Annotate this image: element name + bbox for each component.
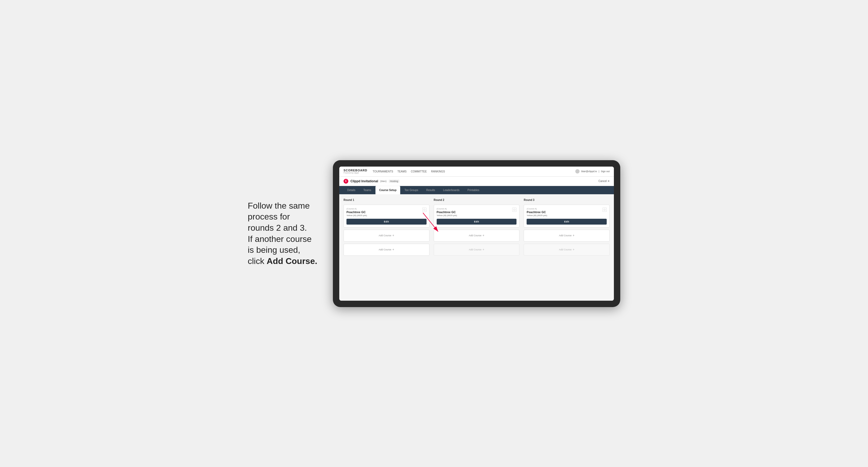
round-1-add-course-inactive-label: Add Course [379, 248, 392, 251]
round-3-title: Round 3 [524, 198, 610, 201]
tab-course-setup[interactable]: Course Setup [375, 186, 400, 194]
round-1-course-info: (Course A) Peachtree GC Yellow (M) (6629… [346, 208, 367, 217]
user-avatar [575, 169, 580, 174]
logo-main-text: SCOREBOARD [344, 169, 367, 172]
tab-teams[interactable]: Teams [360, 186, 375, 194]
round-3-course-label: (Course A) [527, 208, 547, 210]
round-1-course-name: Peachtree GC [346, 211, 367, 214]
nav-tournaments[interactable]: TOURNAMENTS [373, 170, 393, 173]
clippd-icon: C [344, 179, 348, 184]
tournament-badge: (Men) [380, 180, 386, 183]
top-nav-links: TOURNAMENTS TEAMS COMMITTEE RANKINGS [373, 170, 570, 173]
round-1-add-course-active[interactable]: Add Course + [344, 230, 430, 242]
round-2-course-card-1: (Course A) Peachtree GC Yellow (M) (6629… [434, 205, 520, 227]
tournament-name: Clippd Invitational [350, 179, 378, 183]
page-wrapper: Follow the same process for rounds 2 and… [248, 160, 620, 307]
main-content: Round 1 (Course A) Peachtree GC Yellow (… [339, 194, 614, 301]
round-2-add-course-text: Add Course + [469, 234, 485, 237]
round-1-add-course-inactive-text: Add Course + [379, 248, 394, 251]
round-1-course-label: (Course A) [346, 208, 367, 210]
round-2-edit-button[interactable]: Edit [437, 219, 517, 225]
annotation-wrapper: Round 1 (Course A) Peachtree GC Yellow (… [344, 198, 610, 256]
round-2-add-course-plus: + [483, 234, 484, 237]
sub-header: C Clippd Invitational (Men) Hosting Canc… [339, 177, 614, 186]
cancel-button[interactable]: Cancel ✕ [598, 180, 610, 183]
round-2-add-course-inactive-text: Add Course + [469, 248, 485, 251]
round-2-course-info: (Course A) Peachtree GC Yellow (M) (6629… [437, 208, 457, 217]
round-2-column: Round 2 (Course A) Peachtree GC Yellow (… [434, 198, 520, 256]
logo-sub-text: Powered by clippd [344, 172, 367, 174]
hosting-badge: Hosting [389, 180, 400, 183]
round-3-add-course-active[interactable]: Add Course + [524, 230, 610, 242]
round-1-course-card-1: (Course A) Peachtree GC Yellow (M) (6629… [344, 205, 430, 227]
instruction-line6: click [248, 256, 267, 266]
round-2-course-name: Peachtree GC [437, 211, 457, 214]
nav-rankings[interactable]: RANKINGS [431, 170, 445, 173]
instruction-line4: If another course [248, 234, 312, 244]
round-1-add-course-inactive[interactable]: Add Course + [344, 244, 430, 256]
tournament-title: C Clippd Invitational (Men) Hosting [344, 179, 399, 184]
nav-committee[interactable]: COMMITTEE [411, 170, 427, 173]
round-1-add-course-plus: + [393, 234, 394, 237]
round-3-add-course-inactive-label: Add Course [559, 248, 571, 251]
instruction-line5: is being used, [248, 245, 300, 255]
round-3-course-header: (Course A) Peachtree GC Yellow (M) (6629… [527, 208, 607, 217]
round-2-add-course-label: Add Course [469, 234, 482, 237]
top-nav-right: blair@clippd.io | Sign out [575, 169, 610, 174]
separator: | [599, 170, 599, 173]
instruction-line3: rounds 2 and 3. [248, 223, 307, 232]
instruction-bold: Add Course. [267, 256, 317, 266]
round-3-course-card-1: (Course A) Peachtree GC Yellow (M) (6629… [524, 205, 610, 227]
tab-bar: Details Teams Course Setup Tee Groups Re… [339, 186, 614, 194]
tab-leaderboards[interactable]: Leaderboards [439, 186, 463, 194]
instruction-line2: process for [248, 212, 290, 221]
user-email: blair@clippd.io [581, 170, 597, 173]
round-3-delete-button[interactable]: □ [602, 208, 607, 212]
round-1-delete-button[interactable]: □ [422, 208, 427, 212]
round-2-course-label: (Course A) [437, 208, 457, 210]
round-2-add-course-inactive: Add Course + [434, 244, 520, 256]
round-3-add-course-inactive: Add Course + [524, 244, 610, 256]
round-1-column: Round 1 (Course A) Peachtree GC Yellow (… [344, 198, 430, 256]
round-1-add-course-inactive-plus: + [393, 248, 394, 251]
round-3-add-course-label: Add Course [559, 234, 571, 237]
round-3-add-course-inactive-text: Add Course + [559, 248, 575, 251]
instruction-line1: Follow the same [248, 201, 310, 211]
tab-details[interactable]: Details [344, 186, 359, 194]
round-3-column: Round 3 (Course A) Peachtree GC Yellow (… [524, 198, 610, 256]
round-3-course-info: (Course A) Peachtree GC Yellow (M) (6629… [527, 208, 547, 217]
round-1-add-course-text: Add Course + [379, 234, 394, 237]
round-2-delete-button[interactable]: □ [512, 208, 517, 212]
instruction-text: Follow the same process for rounds 2 and… [248, 200, 322, 267]
tablet-screen: SCOREBOARD Powered by clippd TOURNAMENTS… [339, 166, 614, 301]
round-2-add-course-active[interactable]: Add Course + [434, 230, 520, 242]
round-3-add-course-plus: + [572, 234, 575, 237]
round-3-add-course-inactive-plus: + [572, 248, 575, 251]
round-1-add-course-label: Add Course [379, 234, 392, 237]
round-1-edit-button[interactable]: Edit [346, 219, 427, 225]
round-3-add-course-text: Add Course + [559, 234, 575, 237]
round-1-course-header: (Course A) Peachtree GC Yellow (M) (6629… [346, 208, 427, 217]
tab-results[interactable]: Results [423, 186, 439, 194]
round-3-edit-button[interactable]: Edit [527, 219, 607, 225]
round-1-course-details: Yellow (M) (6629 yds) [346, 214, 367, 217]
round-2-course-details: Yellow (M) (6629 yds) [437, 214, 457, 217]
nav-teams[interactable]: TEAMS [398, 170, 407, 173]
round-2-add-course-inactive-plus: + [483, 248, 484, 251]
round-2-add-course-inactive-label: Add Course [469, 248, 482, 251]
tablet-frame: SCOREBOARD Powered by clippd TOURNAMENTS… [333, 160, 620, 307]
sign-out-link[interactable]: Sign out [601, 170, 610, 173]
round-2-course-header: (Course A) Peachtree GC Yellow (M) (6629… [437, 208, 517, 217]
tab-printables[interactable]: Printables [464, 186, 483, 194]
scoreboard-logo: SCOREBOARD Powered by clippd [344, 169, 367, 174]
round-3-course-name: Peachtree GC [527, 211, 547, 214]
round-2-title: Round 2 [434, 198, 520, 201]
tab-tee-groups[interactable]: Tee Groups [401, 186, 422, 194]
rounds-grid: Round 1 (Course A) Peachtree GC Yellow (… [344, 198, 610, 256]
round-1-title: Round 1 [344, 198, 430, 201]
top-nav: SCOREBOARD Powered by clippd TOURNAMENTS… [339, 166, 614, 177]
round-3-course-details: Yellow (M) (6629 yds) [527, 214, 547, 217]
